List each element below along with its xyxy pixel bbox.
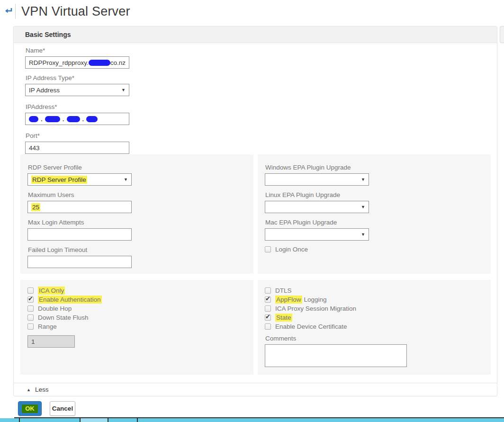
taskbar-separator <box>80 418 81 422</box>
epa-settings-group: Windows EPA Plugin Upgrade ▼ Linux EPA P… <box>258 154 491 274</box>
back-arrow-icon <box>3 5 13 18</box>
windows-epa-select[interactable]: ▼ <box>265 173 369 186</box>
taskbar-sliver[interactable] <box>0 418 504 422</box>
appflow-label-rest: Logging <box>304 296 327 303</box>
maximum-users-value: 25 <box>31 203 40 211</box>
rdp-server-profile-label: RDP Server Profile <box>28 164 253 171</box>
maximum-users-input[interactable]: 25 <box>27 201 132 213</box>
comments-textarea[interactable] <box>265 344 407 367</box>
section-header: Basic Settings <box>14 27 497 43</box>
range-label: Range <box>38 323 57 330</box>
dtls-checkbox[interactable] <box>265 287 271 294</box>
enable-device-certificate-checkbox-row[interactable]: Enable Device Certificate <box>265 322 491 331</box>
taskbar-separator <box>108 418 108 422</box>
ica-only-label: ICA Only <box>38 287 65 295</box>
cancel-button-label: Cancel <box>52 405 73 412</box>
ip-address-type-label: IP Address Type* <box>26 74 148 82</box>
name-input[interactable]: RDPProxy_rdpproxy.co.nz <box>25 56 129 69</box>
port-value: 443 <box>29 144 40 152</box>
down-state-flush-checkbox[interactable] <box>27 314 34 321</box>
down-state-flush-checkbox-row[interactable]: Down State Flush <box>27 313 253 322</box>
linux-epa-select[interactable]: ▼ <box>265 201 369 213</box>
double-hop-checkbox[interactable] <box>27 305 34 312</box>
cancel-button[interactable]: Cancel <box>50 401 75 416</box>
less-toggle[interactable]: ▲ Less <box>14 383 497 396</box>
top-fields: Name* RDPProxy_rdpproxy.co.nz IP Address… <box>25 47 148 154</box>
name-label: Name* <box>26 47 148 54</box>
state-label: State <box>275 314 292 322</box>
range-value: 1 <box>31 338 35 345</box>
rdp-server-profile-select[interactable]: RDP Server Profile ▼ <box>27 173 132 186</box>
windows-epa-label: Windows EPA Plugin Upgrade <box>265 164 491 171</box>
state-checkbox[interactable] <box>265 314 271 321</box>
appflow-logging-checkbox-row[interactable]: AppFlow Logging <box>265 295 491 304</box>
chevron-down-icon: ▼ <box>124 177 128 182</box>
ip-octet1-redaction-blob <box>29 116 38 122</box>
double-hop-label: Double Hop <box>38 305 72 312</box>
linux-epa-label: Linux EPA Plugin Upgrade <box>265 191 491 199</box>
right-options-group: DTLS AppFlow Logging ICA Proxy Session M… <box>258 280 491 375</box>
left-options-group: ICA Only Enable Authentication Double Ho… <box>20 280 253 375</box>
ip-octet2-redaction-blob <box>45 116 60 122</box>
appflow-label-highlight: AppFlow <box>275 296 302 304</box>
ica-only-checkbox[interactable] <box>27 287 34 294</box>
chevron-down-icon: ▼ <box>121 88 126 92</box>
enable-authentication-checkbox-row[interactable]: Enable Authentication <box>27 295 253 304</box>
ip-address-type-select[interactable]: IP Address ▼ <box>25 84 129 96</box>
state-checkbox-row[interactable]: State <box>265 313 491 322</box>
enable-device-certificate-checkbox[interactable] <box>265 323 271 330</box>
down-state-flush-label: Down State Flush <box>38 314 89 321</box>
maximum-users-label: Maximum Users <box>28 191 253 199</box>
ip-address-label: IPAddress* <box>26 103 148 111</box>
mac-epa-label: Mac EPA Plugin Upgrade <box>265 219 491 226</box>
range-checkbox-row[interactable]: Range <box>27 322 253 331</box>
login-once-checkbox[interactable] <box>265 246 271 252</box>
ip-address-input[interactable]: ... <box>25 113 129 125</box>
login-once-label: Login Once <box>275 246 308 253</box>
failed-login-timeout-input[interactable] <box>27 256 132 268</box>
name-value-suffix: co.nz <box>110 59 126 66</box>
less-label: Less <box>35 386 49 393</box>
back-button[interactable] <box>1 4 15 18</box>
port-input[interactable]: 443 <box>25 142 129 154</box>
ip-octet3-redaction-blob <box>67 116 80 122</box>
chevron-down-icon: ▼ <box>361 205 365 209</box>
login-once-checkbox-row[interactable]: Login Once <box>265 245 491 254</box>
mac-epa-select[interactable]: ▼ <box>265 228 369 241</box>
ip-octet4-redaction-blob <box>86 116 98 122</box>
enable-device-certificate-label: Enable Device Certificate <box>275 323 347 330</box>
double-hop-checkbox-row[interactable]: Double Hop <box>27 304 253 313</box>
enable-authentication-label: Enable Authentication <box>38 296 102 304</box>
dtls-label: DTLS <box>275 287 292 294</box>
port-label: Port* <box>26 132 148 140</box>
ica-proxy-session-migration-label: ICA Proxy Session Migration <box>275 305 356 312</box>
range-value-input: 1 <box>27 335 75 348</box>
clipped-panel-edge <box>500 26 504 43</box>
name-redaction-blob <box>89 60 110 66</box>
dtls-checkbox-row[interactable]: DTLS <box>265 286 491 295</box>
name-value-prefix: RDPProxy_rdpproxy. <box>29 59 89 66</box>
rdp-settings-group: RDP Server Profile RDP Server Profile ▼ … <box>20 154 253 274</box>
ica-only-checkbox-row[interactable]: ICA Only <box>27 286 253 295</box>
ica-proxy-session-migration-checkbox[interactable] <box>265 305 271 312</box>
taskbar-separator <box>137 418 138 422</box>
ica-proxy-session-migration-checkbox-row[interactable]: ICA Proxy Session Migration <box>265 304 491 313</box>
appflow-logging-checkbox[interactable] <box>265 296 271 303</box>
ok-button-label: OK <box>22 404 38 413</box>
taskbar-separator <box>19 418 20 422</box>
section-title: Basic Settings <box>25 31 71 38</box>
max-login-attempts-input[interactable] <box>27 228 132 241</box>
ok-button[interactable]: OK <box>18 401 42 416</box>
chevron-down-icon: ▼ <box>361 177 365 182</box>
max-login-attempts-label: Max Login Attempts <box>28 219 253 226</box>
chevron-up-icon: ▲ <box>27 387 31 392</box>
comments-label: Comments <box>265 335 491 342</box>
enable-authentication-checkbox[interactable] <box>27 296 34 303</box>
taskbar-active-segment[interactable] <box>81 418 108 422</box>
page-title: VPN Virtual Server <box>21 4 130 19</box>
range-checkbox[interactable] <box>27 323 34 330</box>
basic-settings-panel: Basic Settings Name* RDPProxy_rdpproxy.c… <box>13 26 497 396</box>
failed-login-timeout-label: Failed Login Timeout <box>28 246 253 254</box>
ip-address-type-value: IP Address <box>29 87 60 94</box>
chevron-down-icon: ▼ <box>361 232 365 237</box>
